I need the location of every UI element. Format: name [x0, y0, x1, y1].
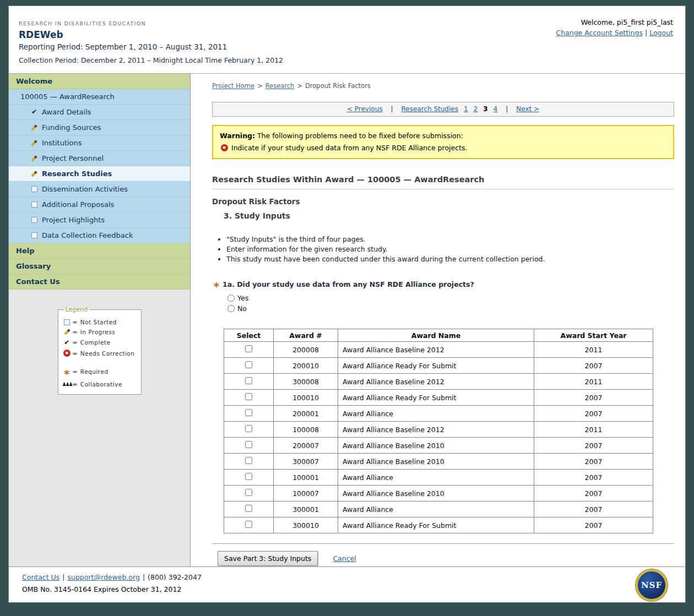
previous-page-link[interactable]: < Previous [347, 105, 383, 113]
select-cell [224, 517, 274, 533]
square-icon [63, 319, 72, 325]
sidebar-item[interactable]: Research Studies [9, 166, 190, 182]
legend-item: = In Progress [63, 329, 137, 335]
pencil-icon [30, 142, 39, 144]
table-row: 100007 Award Alliance Baseline 2010 2007 [224, 486, 653, 501]
no-radio[interactable] [227, 305, 235, 312]
sidebar-item-welcome[interactable]: Welcome [9, 74, 190, 89]
footer-contact-us-link[interactable]: Contact Us [22, 573, 59, 581]
select-cell [224, 470, 274, 486]
equals-sign: = [73, 368, 78, 375]
page-number-link[interactable]: 4 [494, 105, 498, 113]
sidebar-item-label: Dissemination Activities [42, 182, 128, 197]
select-award-checkbox[interactable] [245, 377, 252, 384]
select-award-checkbox[interactable] [245, 457, 252, 464]
header: RESEARCH IN DISABILITIES EDUCATION RDEWe… [9, 6, 685, 74]
sidebar-item-award[interactable]: 100005 — AwardResearch [9, 89, 190, 105]
welcome-user: Welcome, pi5_first pi5_last [556, 18, 673, 26]
select-award-checkbox[interactable] [245, 425, 252, 432]
table-row: 300007 Award Alliance Baseline 2010 2007 [224, 454, 653, 470]
award-name-cell: Award Alliance Baseline 2012 [338, 422, 534, 438]
award-name-cell: Award Alliance Ready For Submit [338, 517, 534, 533]
table-row: 100001 Award Alliance 2007 [224, 470, 653, 486]
select-cell [224, 501, 274, 517]
sidebar-item[interactable]: Data Collection Feedback [9, 228, 190, 243]
section-title: Research Studies Within Award — 100005 —… [212, 175, 674, 189]
breadcrumb-research-link[interactable]: Research [265, 82, 295, 90]
select-award-checkbox[interactable] [245, 393, 252, 400]
breadcrumb-project-home-link[interactable]: Project Home [212, 82, 254, 90]
column-header-award-start-year: Award Start Year [534, 329, 653, 342]
award-name-cell: Award Alliance Baseline 2010 [338, 486, 534, 501]
equals-sign: = [73, 339, 78, 346]
select-cell [224, 438, 274, 454]
legend-item: = Needs Correction [63, 350, 137, 357]
select-award-checkbox[interactable] [245, 409, 252, 416]
select-cell [224, 374, 274, 390]
breadcrumb-current: Dropout Risk Factors [305, 82, 371, 90]
sidebar-item-label: Research Studies [42, 166, 112, 181]
sidebar-item[interactable]: Project Highlights [9, 212, 190, 228]
equals-sign: = [73, 381, 78, 388]
equals-sign: = [73, 329, 78, 335]
legend-item-label: Not Started [80, 319, 117, 325]
radio-option-yes[interactable]: Yes [227, 293, 674, 303]
error-icon [220, 144, 229, 151]
column-header-award-number: Award # [274, 329, 338, 342]
no-label: No [237, 304, 247, 313]
instruction-item: Enter information for the given research… [226, 245, 674, 253]
sidebar-item-contact-us[interactable]: Contact Us [9, 274, 190, 290]
collection-period: Collection Period: December 2, 2011 – Mi… [19, 56, 685, 64]
award-name-cell: Award Alliance [338, 406, 534, 422]
cancel-link[interactable]: Cancel [333, 554, 356, 563]
page-number-link[interactable]: 1 [464, 105, 468, 113]
select-award-checkbox[interactable] [245, 345, 252, 352]
save-button[interactable]: Save Part 3: Study Inputs [218, 551, 318, 566]
sidebar-item[interactable]: Project Personnel [9, 151, 190, 166]
sidebar-item-label: Additional Proposals [42, 197, 114, 212]
award-name-cell: Award Alliance [338, 470, 534, 486]
question-1a-options: Yes No [227, 293, 674, 314]
pencil-icon [63, 331, 72, 333]
sidebar-item[interactable]: Award Details [9, 105, 190, 120]
instruction-item: This study must have been conducted unde… [226, 255, 674, 263]
award-name-cell: Award Alliance Baseline 2012 [338, 374, 534, 390]
select-award-checkbox[interactable] [245, 505, 252, 512]
page-number-link[interactable]: 2 [474, 105, 478, 113]
select-cell [224, 406, 274, 422]
legend-item-label: Collaborative [80, 381, 122, 388]
logout-link[interactable]: Logout [649, 29, 673, 37]
select-award-checkbox[interactable] [245, 361, 252, 368]
award-name-cell: Award Alliance Baseline 2012 [338, 342, 534, 358]
sidebar-item[interactable]: Dissemination Activities [9, 182, 190, 197]
select-award-checkbox[interactable] [245, 489, 252, 496]
error-icon [63, 350, 72, 357]
select-award-checkbox[interactable] [245, 521, 252, 528]
question-1a: 1a. Did your study use data from any NSF… [212, 278, 674, 290]
support-email-link[interactable]: support@rdeweb.org [68, 573, 140, 581]
sidebar-item-help[interactable]: Help [9, 243, 190, 259]
select-award-checkbox[interactable] [245, 473, 252, 480]
next-page-link[interactable]: Next > [516, 105, 539, 113]
sidebar-item[interactable]: Funding Sources [9, 120, 190, 135]
award-number-cell: 200007 [274, 438, 338, 454]
separator: | [645, 29, 647, 37]
radio-option-no[interactable]: No [227, 303, 674, 314]
table-row: 300010 Award Alliance Ready For Submit 2… [224, 517, 653, 533]
sidebar-item-glossary[interactable]: Glossary [9, 259, 190, 274]
yes-radio[interactable] [227, 295, 235, 302]
warning-box: Warning:The following problems need to b… [212, 125, 674, 159]
required-icon [212, 278, 221, 290]
page-number-link: 3 [483, 105, 487, 113]
sidebar-item[interactable]: Additional Proposals [9, 197, 190, 212]
change-account-settings-link[interactable]: Change Account Settings [556, 29, 643, 37]
square-icon [30, 186, 39, 192]
select-cell [224, 486, 274, 501]
award-number-cell: 100010 [274, 390, 338, 406]
select-award-checkbox[interactable] [245, 441, 252, 448]
sidebar-item[interactable]: Institutions [9, 135, 190, 151]
breadcrumb-separator: > [297, 82, 302, 90]
table-row: 100008 Award Alliance Baseline 2012 2011 [224, 422, 653, 438]
legend-item-label: Needs Correction [80, 350, 135, 357]
research-studies-link[interactable]: Research Studies [402, 105, 458, 113]
